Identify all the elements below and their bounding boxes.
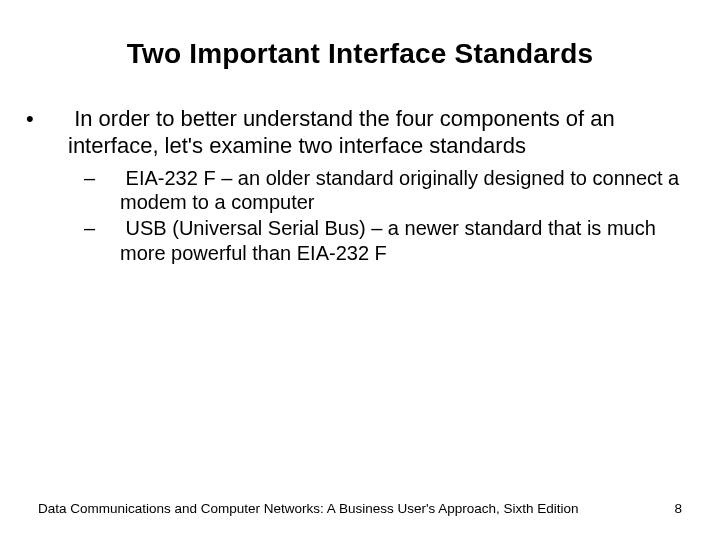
bullet-list-level2: EIA-232 F – an older standard originally… xyxy=(68,166,682,266)
bullet-main: In order to better understand the four c… xyxy=(48,106,682,265)
slide: Two Important Interface Standards In ord… xyxy=(0,0,720,540)
bullet-main-text: In order to better understand the four c… xyxy=(68,106,615,158)
footer-text: Data Communications and Computer Network… xyxy=(38,501,579,516)
bullet-list-level1: In order to better understand the four c… xyxy=(38,106,682,265)
slide-footer: Data Communications and Computer Network… xyxy=(38,501,682,516)
page-number: 8 xyxy=(674,501,682,516)
bullet-sub-1: EIA-232 F – an older standard originally… xyxy=(102,166,682,215)
slide-title: Two Important Interface Standards xyxy=(38,38,682,70)
bullet-sub-2: USB (Universal Serial Bus) – a newer sta… xyxy=(102,216,682,265)
bullet-sub-2-text: USB (Universal Serial Bus) – a newer sta… xyxy=(120,217,656,263)
slide-body: In order to better understand the four c… xyxy=(38,106,682,265)
bullet-sub-1-text: EIA-232 F – an older standard originally… xyxy=(120,167,679,213)
